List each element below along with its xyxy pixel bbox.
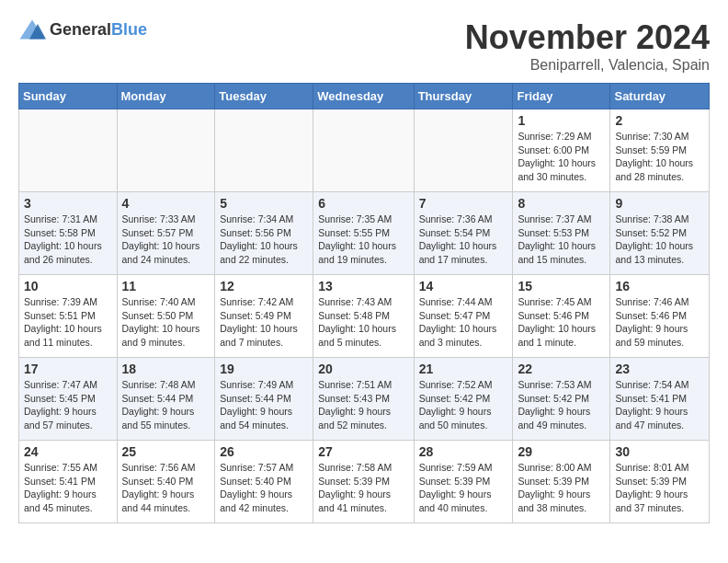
calendar-cell <box>313 109 414 192</box>
title-area: November 2024 Beniparrell, Valencia, Spa… <box>465 18 710 74</box>
day-info: Sunrise: 8:01 AM Sunset: 5:39 PM Dayligh… <box>615 461 704 515</box>
day-number: 18 <box>122 362 210 376</box>
day-info: Sunrise: 7:51 AM Sunset: 5:43 PM Dayligh… <box>318 378 408 432</box>
weekday-header-sunday: Sunday <box>19 84 118 109</box>
calendar-cell: 24Sunrise: 7:55 AM Sunset: 5:41 PM Dayli… <box>19 441 118 523</box>
day-number: 23 <box>615 362 704 376</box>
calendar-cell: 4Sunrise: 7:33 AM Sunset: 5:57 PM Daylig… <box>117 192 215 275</box>
day-number: 4 <box>122 196 210 211</box>
month-title: November 2024 <box>465 18 710 57</box>
weekday-header-wednesday: Wednesday <box>313 84 414 109</box>
day-info: Sunrise: 7:53 AM Sunset: 5:42 PM Dayligh… <box>518 378 605 432</box>
calendar-cell: 21Sunrise: 7:52 AM Sunset: 5:42 PM Dayli… <box>414 358 513 441</box>
day-number: 7 <box>419 196 508 211</box>
calendar-cell: 29Sunrise: 8:00 AM Sunset: 5:39 PM Dayli… <box>513 441 610 523</box>
weekday-header-friday: Friday <box>513 84 610 109</box>
day-number: 28 <box>419 444 508 459</box>
calendar-cell <box>19 109 118 192</box>
day-number: 14 <box>419 279 508 293</box>
day-info: Sunrise: 7:59 AM Sunset: 5:39 PM Dayligh… <box>419 461 508 515</box>
day-info: Sunrise: 7:33 AM Sunset: 5:57 PM Dayligh… <box>122 213 210 267</box>
week-row-3: 10Sunrise: 7:39 AM Sunset: 5:51 PM Dayli… <box>19 275 710 358</box>
calendar-cell: 6Sunrise: 7:35 AM Sunset: 5:55 PM Daylig… <box>313 192 414 275</box>
day-info: Sunrise: 7:56 AM Sunset: 5:40 PM Dayligh… <box>122 461 210 515</box>
calendar-cell: 11Sunrise: 7:40 AM Sunset: 5:50 PM Dayli… <box>117 275 215 358</box>
week-row-4: 17Sunrise: 7:47 AM Sunset: 5:45 PM Dayli… <box>19 358 710 441</box>
day-info: Sunrise: 7:31 AM Sunset: 5:58 PM Dayligh… <box>24 213 112 267</box>
calendar-cell <box>414 109 513 192</box>
calendar-cell: 14Sunrise: 7:44 AM Sunset: 5:47 PM Dayli… <box>414 275 513 358</box>
logo-icon <box>18 18 46 40</box>
day-info: Sunrise: 7:40 AM Sunset: 5:50 PM Dayligh… <box>122 295 210 350</box>
day-info: Sunrise: 7:58 AM Sunset: 5:39 PM Dayligh… <box>318 461 408 515</box>
day-number: 25 <box>122 444 210 459</box>
calendar-cell: 22Sunrise: 7:53 AM Sunset: 5:42 PM Dayli… <box>513 358 610 441</box>
calendar-cell: 28Sunrise: 7:59 AM Sunset: 5:39 PM Dayli… <box>414 441 513 523</box>
day-info: Sunrise: 7:42 AM Sunset: 5:49 PM Dayligh… <box>220 295 308 350</box>
day-info: Sunrise: 7:38 AM Sunset: 5:52 PM Dayligh… <box>615 213 704 267</box>
logo: GeneralBlue <box>18 18 147 40</box>
calendar-cell: 2Sunrise: 7:30 AM Sunset: 5:59 PM Daylig… <box>610 109 710 192</box>
calendar-cell: 27Sunrise: 7:58 AM Sunset: 5:39 PM Dayli… <box>313 441 414 523</box>
calendar-cell: 9Sunrise: 7:38 AM Sunset: 5:52 PM Daylig… <box>610 192 710 275</box>
location-title: Beniparrell, Valencia, Spain <box>465 57 710 74</box>
day-number: 9 <box>615 196 704 211</box>
calendar-cell: 7Sunrise: 7:36 AM Sunset: 5:54 PM Daylig… <box>414 192 513 275</box>
page-header: GeneralBlue November 2024 Beniparrell, V… <box>18 18 710 74</box>
day-number: 6 <box>318 196 408 211</box>
day-number: 8 <box>518 196 605 211</box>
week-row-5: 24Sunrise: 7:55 AM Sunset: 5:41 PM Dayli… <box>19 441 710 523</box>
day-info: Sunrise: 7:55 AM Sunset: 5:41 PM Dayligh… <box>24 461 112 515</box>
day-info: Sunrise: 7:35 AM Sunset: 5:55 PM Dayligh… <box>318 213 408 267</box>
calendar-cell: 25Sunrise: 7:56 AM Sunset: 5:40 PM Dayli… <box>117 441 215 523</box>
day-info: Sunrise: 7:37 AM Sunset: 5:53 PM Dayligh… <box>518 213 605 267</box>
calendar-cell: 30Sunrise: 8:01 AM Sunset: 5:39 PM Dayli… <box>610 441 710 523</box>
logo-blue: Blue <box>111 20 147 39</box>
weekday-header-monday: Monday <box>117 84 215 109</box>
calendar-cell: 16Sunrise: 7:46 AM Sunset: 5:46 PM Dayli… <box>610 275 710 358</box>
calendar-cell: 12Sunrise: 7:42 AM Sunset: 5:49 PM Dayli… <box>215 275 313 358</box>
calendar-cell: 5Sunrise: 7:34 AM Sunset: 5:56 PM Daylig… <box>215 192 313 275</box>
day-info: Sunrise: 7:45 AM Sunset: 5:46 PM Dayligh… <box>518 295 605 350</box>
day-number: 27 <box>318 444 408 459</box>
calendar-cell <box>215 109 313 192</box>
day-number: 29 <box>518 444 605 459</box>
calendar-cell: 3Sunrise: 7:31 AM Sunset: 5:58 PM Daylig… <box>19 192 118 275</box>
day-number: 30 <box>615 444 704 459</box>
day-number: 3 <box>24 196 112 211</box>
day-info: Sunrise: 7:43 AM Sunset: 5:48 PM Dayligh… <box>318 295 408 350</box>
calendar-cell: 15Sunrise: 7:45 AM Sunset: 5:46 PM Dayli… <box>513 275 610 358</box>
day-number: 11 <box>122 279 210 293</box>
calendar-cell: 19Sunrise: 7:49 AM Sunset: 5:44 PM Dayli… <box>215 358 313 441</box>
day-number: 2 <box>615 113 704 128</box>
calendar-cell <box>117 109 215 192</box>
day-info: Sunrise: 7:52 AM Sunset: 5:42 PM Dayligh… <box>419 378 508 432</box>
day-info: Sunrise: 7:57 AM Sunset: 5:40 PM Dayligh… <box>220 461 308 515</box>
weekday-header-thursday: Thursday <box>414 84 513 109</box>
day-number: 16 <box>615 279 704 293</box>
calendar-cell: 8Sunrise: 7:37 AM Sunset: 5:53 PM Daylig… <box>513 192 610 275</box>
calendar-cell: 17Sunrise: 7:47 AM Sunset: 5:45 PM Dayli… <box>19 358 118 441</box>
calendar-cell: 20Sunrise: 7:51 AM Sunset: 5:43 PM Dayli… <box>313 358 414 441</box>
day-number: 17 <box>24 362 112 376</box>
day-info: Sunrise: 7:46 AM Sunset: 5:46 PM Dayligh… <box>615 295 704 350</box>
day-info: Sunrise: 7:39 AM Sunset: 5:51 PM Dayligh… <box>24 295 112 350</box>
weekday-header-saturday: Saturday <box>610 84 710 109</box>
calendar-cell: 13Sunrise: 7:43 AM Sunset: 5:48 PM Dayli… <box>313 275 414 358</box>
calendar-cell: 1Sunrise: 7:29 AM Sunset: 6:00 PM Daylig… <box>513 109 610 192</box>
calendar-table: SundayMondayTuesdayWednesdayThursdayFrid… <box>18 83 710 523</box>
day-info: Sunrise: 7:54 AM Sunset: 5:41 PM Dayligh… <box>615 378 704 432</box>
day-number: 22 <box>518 362 605 376</box>
week-row-1: 1Sunrise: 7:29 AM Sunset: 6:00 PM Daylig… <box>19 109 710 192</box>
day-info: Sunrise: 7:44 AM Sunset: 5:47 PM Dayligh… <box>419 295 508 350</box>
day-info: Sunrise: 7:49 AM Sunset: 5:44 PM Dayligh… <box>220 378 308 432</box>
day-info: Sunrise: 7:34 AM Sunset: 5:56 PM Dayligh… <box>220 213 308 267</box>
day-number: 20 <box>318 362 408 376</box>
weekday-header-tuesday: Tuesday <box>215 84 313 109</box>
day-number: 12 <box>220 279 308 293</box>
day-number: 15 <box>518 279 605 293</box>
day-info: Sunrise: 7:47 AM Sunset: 5:45 PM Dayligh… <box>24 378 112 432</box>
day-info: Sunrise: 7:29 AM Sunset: 6:00 PM Dayligh… <box>518 130 605 184</box>
day-info: Sunrise: 8:00 AM Sunset: 5:39 PM Dayligh… <box>518 461 605 515</box>
day-number: 5 <box>220 196 308 211</box>
